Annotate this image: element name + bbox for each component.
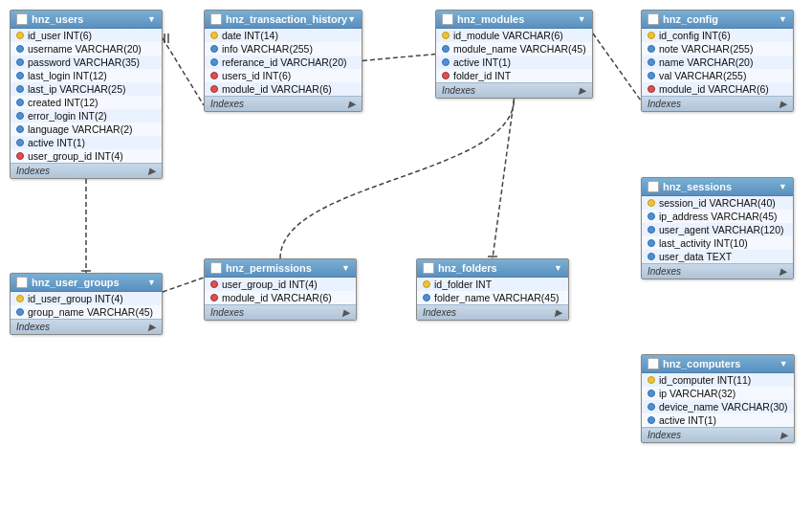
footer-arrow: ▶ bbox=[779, 266, 787, 277]
table-footer-hnz_users[interactable]: Indexes ▶ bbox=[11, 163, 162, 178]
table-name-hnz_folders: hnz_folders bbox=[423, 262, 497, 274]
dropdown-arrow-hnz_computers[interactable]: ▼ bbox=[779, 359, 788, 368]
field-icon bbox=[16, 99, 24, 106]
field-text: last_activity INT(10) bbox=[659, 237, 748, 249]
header-icon-hnz_transaction_history bbox=[210, 13, 222, 25]
field-row: val VARCHAR(255) bbox=[642, 69, 793, 82]
table-header-hnz_user_groups[interactable]: hnz_user_groups ▼ bbox=[11, 274, 162, 292]
field-text: username VARCHAR(20) bbox=[28, 43, 142, 55]
field-icon bbox=[210, 294, 218, 301]
header-icon-hnz_sessions bbox=[647, 181, 659, 192]
field-text: active INT(1) bbox=[28, 137, 85, 148]
table-footer-hnz_transaction_history[interactable]: Indexes ▶ bbox=[205, 96, 362, 111]
field-text: id_computer INT(11) bbox=[659, 374, 751, 386]
field-icon bbox=[16, 308, 24, 316]
field-icon bbox=[647, 376, 655, 384]
field-row: user_data TEXT bbox=[642, 250, 793, 263]
table-title-hnz_folders: hnz_folders bbox=[438, 262, 497, 274]
field-text: group_name VARCHAR(45) bbox=[28, 306, 153, 318]
footer-arrow: ▶ bbox=[342, 307, 350, 318]
field-row: active INT(1) bbox=[436, 56, 592, 69]
field-row: session_id VARCHAR(40) bbox=[642, 196, 793, 210]
field-text: ip VARCHAR(32) bbox=[659, 388, 735, 399]
table-name-hnz_users: hnz_users bbox=[16, 13, 83, 25]
header-icon-hnz_config bbox=[647, 13, 659, 25]
table-header-hnz_transaction_history[interactable]: hnz_transaction_history ▼ bbox=[205, 11, 362, 29]
field-text: session_id VARCHAR(40) bbox=[659, 197, 776, 209]
table-footer-hnz_config[interactable]: Indexes ▶ bbox=[642, 96, 793, 111]
field-icon bbox=[210, 85, 218, 93]
table-hnz_folders: hnz_folders ▼ id_folder INT folder_name … bbox=[416, 258, 569, 321]
field-icon bbox=[647, 58, 655, 66]
table-hnz_transaction_history: hnz_transaction_history ▼ date INT(14) i… bbox=[204, 10, 362, 112]
table-footer-hnz_modules[interactable]: Indexes ▶ bbox=[436, 82, 592, 98]
table-header-hnz_config[interactable]: hnz_config ▼ bbox=[642, 11, 793, 29]
field-icon bbox=[442, 32, 450, 39]
table-hnz_permissions: hnz_permissions ▼ user_group_id INT(4) m… bbox=[204, 258, 357, 321]
field-text: user_group_id INT(4) bbox=[28, 150, 123, 162]
table-name-hnz_sessions: hnz_sessions bbox=[647, 181, 732, 192]
table-header-hnz_users[interactable]: hnz_users ▼ bbox=[11, 11, 162, 29]
field-icon bbox=[647, 32, 655, 39]
field-row: last_login INT(12) bbox=[11, 69, 162, 82]
dropdown-arrow-hnz_modules[interactable]: ▼ bbox=[578, 14, 586, 24]
field-text: module_id VARCHAR(6) bbox=[222, 83, 332, 95]
table-hnz_user_groups: hnz_user_groups ▼ id_user_group INT(4) g… bbox=[10, 273, 163, 335]
table-footer-hnz_folders[interactable]: Indexes ▶ bbox=[417, 304, 568, 320]
field-icon bbox=[442, 45, 450, 53]
field-row: username VARCHAR(20) bbox=[11, 42, 162, 56]
table-title-hnz_permissions: hnz_permissions bbox=[226, 262, 312, 274]
footer-arrow: ▶ bbox=[780, 430, 788, 440]
field-text: note VARCHAR(255) bbox=[659, 43, 753, 55]
table-name-hnz_transaction_history: hnz_transaction_history bbox=[210, 13, 347, 25]
dropdown-arrow-hnz_config[interactable]: ▼ bbox=[779, 14, 787, 24]
table-header-hnz_permissions[interactable]: hnz_permissions ▼ bbox=[205, 259, 356, 278]
table-name-hnz_user_groups: hnz_user_groups bbox=[16, 277, 120, 288]
dropdown-arrow-hnz_sessions[interactable]: ▼ bbox=[779, 182, 787, 191]
footer-arrow: ▶ bbox=[579, 85, 586, 96]
table-title-hnz_config: hnz_config bbox=[663, 13, 718, 25]
table-name-hnz_permissions: hnz_permissions bbox=[210, 262, 312, 274]
field-text: id_user INT(6) bbox=[28, 30, 92, 41]
field-icon bbox=[647, 416, 655, 424]
dropdown-arrow-hnz_transaction_history[interactable]: ▼ bbox=[347, 14, 356, 24]
field-row: last_activity INT(10) bbox=[642, 236, 793, 250]
field-icon bbox=[647, 403, 655, 411]
dropdown-arrow-hnz_user_groups[interactable]: ▼ bbox=[147, 278, 156, 287]
footer-arrow: ▶ bbox=[348, 99, 356, 109]
table-footer-hnz_sessions[interactable]: Indexes ▶ bbox=[642, 263, 793, 279]
header-icon-hnz_folders bbox=[423, 262, 434, 274]
table-footer-hnz_computers[interactable]: Indexes ▶ bbox=[642, 427, 794, 442]
field-text: id_user_group INT(4) bbox=[28, 293, 123, 304]
field-text: module_id VARCHAR(6) bbox=[659, 83, 769, 95]
table-hnz_config: hnz_config ▼ id_config INT(6) note VARCH… bbox=[641, 10, 794, 112]
dropdown-arrow-hnz_users[interactable]: ▼ bbox=[147, 14, 156, 24]
table-header-hnz_folders[interactable]: hnz_folders ▼ bbox=[417, 259, 568, 278]
table-header-hnz_computers[interactable]: hnz_computers ▼ bbox=[642, 355, 794, 373]
dropdown-arrow-hnz_permissions[interactable]: ▼ bbox=[341, 263, 350, 273]
field-row: created INT(12) bbox=[11, 96, 162, 109]
field-icon bbox=[647, 390, 655, 397]
field-row: active INT(1) bbox=[642, 413, 794, 427]
table-header-hnz_modules[interactable]: hnz_modules ▼ bbox=[436, 11, 592, 29]
footer-arrow: ▶ bbox=[555, 307, 562, 318]
field-icon bbox=[16, 139, 24, 146]
field-row: module_id VARCHAR(6) bbox=[642, 82, 793, 96]
field-row: name VARCHAR(20) bbox=[642, 56, 793, 69]
field-row: user_group_id INT(4) bbox=[11, 149, 162, 163]
field-icon bbox=[16, 72, 24, 79]
field-icon bbox=[210, 32, 218, 39]
field-text: users_id INT(6) bbox=[222, 70, 291, 81]
dropdown-arrow-hnz_folders[interactable]: ▼ bbox=[554, 263, 562, 273]
field-text: val VARCHAR(255) bbox=[659, 70, 746, 81]
table-footer-hnz_permissions[interactable]: Indexes ▶ bbox=[205, 304, 356, 320]
table-footer-hnz_user_groups[interactable]: Indexes ▶ bbox=[11, 319, 162, 334]
field-text: name VARCHAR(20) bbox=[659, 56, 753, 68]
indexes-label: Indexes bbox=[647, 430, 681, 440]
field-icon bbox=[647, 199, 655, 207]
field-icon bbox=[442, 58, 450, 66]
table-header-hnz_sessions[interactable]: hnz_sessions ▼ bbox=[642, 178, 793, 196]
field-row: folder_name VARCHAR(45) bbox=[417, 291, 568, 304]
field-row: user_agent VARCHAR(120) bbox=[642, 223, 793, 236]
field-text: last_ip VARCHAR(25) bbox=[28, 83, 126, 95]
